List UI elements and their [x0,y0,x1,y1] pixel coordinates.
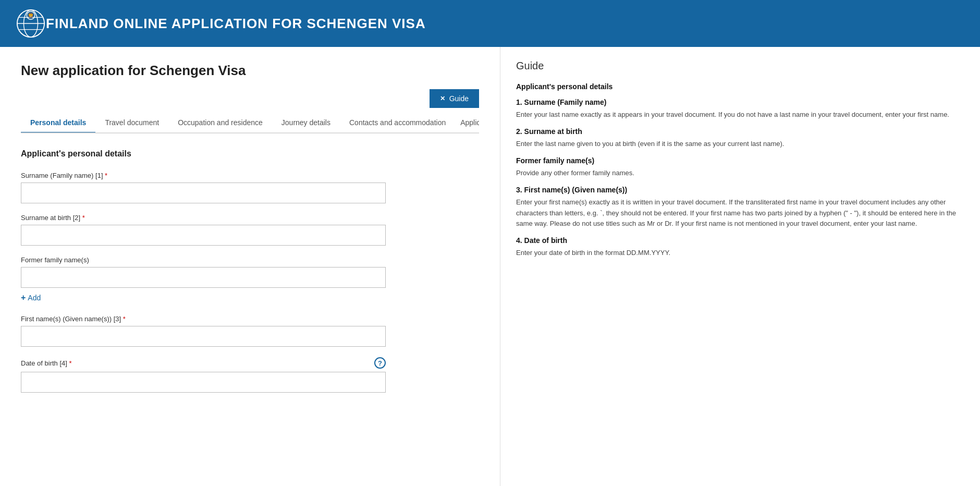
surname-required-star: * [103,172,108,179]
guide-item-4: 4. Date of birth Enter your date of birt… [516,236,964,258]
guide-item-4-title: 4. Date of birth [516,236,964,245]
guide-item-former-text: Provide any other former family names. [516,168,964,178]
guide-section-title: Applicant's personal details [516,82,964,91]
guide-item-3-title: 3. First name(s) (Given name(s)) [516,186,964,194]
former-family-name-input[interactable] [21,267,386,288]
tab-more: Applic… [455,113,479,132]
surname-birth-input[interactable] [21,225,386,246]
first-names-field-group: First name(s) (Given name(s)) [3] * [21,315,479,347]
former-family-name-field-group: Former family name(s) + Add [21,256,479,305]
first-names-input[interactable] [21,326,386,347]
tab-contacts-accommodation[interactable]: Contacts and accommodation [340,113,455,133]
guide-item-former-title: Former family name(s) [516,156,964,165]
tab-journey-details[interactable]: Journey details [272,113,340,133]
guide-item-3: 3. First name(s) (Given name(s)) Enter y… [516,186,964,228]
surname-field-group: Surname (Family name) [1] * [21,172,479,203]
guide-title: Guide [516,60,964,72]
dob-label-row: Date of birth [4] * ? [21,357,386,369]
surname-birth-field-group: Surname at birth [2] * [21,214,479,246]
guide-item-1-text: Enter your last name exactly as it appea… [516,110,964,120]
guide-button[interactable]: ✕ Guide [430,89,479,108]
section-title: Applicant's personal details [21,149,479,159]
svg-text:🦁: 🦁 [28,13,34,19]
surname-birth-required-star: * [80,214,85,222]
app-title: FINLAND ONLINE APPLICATION FOR SCHENGEN … [46,16,426,32]
guide-item-1: 1. Surname (Family name) Enter your last… [516,98,964,120]
guide-btn-label: Guide [449,94,469,103]
page-layout: New application for Schengen Visa ✕ Guid… [0,47,980,486]
guide-item-4-text: Enter your date of birth in the format D… [516,248,964,258]
page-title: New application for Schengen Visa [21,63,479,79]
main-panel: New application for Schengen Visa ✕ Guid… [0,47,500,486]
surname-input[interactable] [21,183,386,203]
add-label: Add [28,294,41,302]
form-tabs: Personal details Travel document Occupat… [21,113,479,133]
tab-personal-details[interactable]: Personal details [21,113,95,133]
tab-occupation-residence[interactable]: Occupation and residence [168,113,272,133]
guide-btn-icon: ✕ [440,95,445,102]
guide-item-2: 2. Surname at birth Enter the last name … [516,127,964,149]
first-names-label: First name(s) (Given name(s)) [3] * [21,315,479,323]
former-family-name-label: Former family name(s) [21,256,479,264]
tab-travel-document[interactable]: Travel document [95,113,168,133]
guide-item-former: Former family name(s) Provide any other … [516,156,964,178]
add-plus-icon: + [21,293,26,302]
surname-birth-label: Surname at birth [2] * [21,214,479,222]
guide-item-2-title: 2. Surname at birth [516,127,964,136]
guide-item-3-text: Enter your first name(s) exactly as it i… [516,197,964,228]
guide-btn-container: ✕ Guide [21,89,479,108]
applicant-form: Surname (Family name) [1] * Surname at b… [21,172,479,393]
dob-help-icon[interactable]: ? [374,357,386,369]
guide-panel: Guide Applicant's personal details 1. Su… [500,47,980,486]
dob-input[interactable] [21,372,386,393]
app-header: 🦁 FINLAND ONLINE APPLICATION FOR SCHENGE… [0,0,980,47]
logo-icon: 🦁 [16,8,46,39]
dob-field-group: Date of birth [4] * ? [21,357,479,393]
first-names-required-star: * [121,315,126,323]
dob-label: Date of birth [4] * [21,359,72,367]
guide-item-1-title: 1. Surname (Family name) [516,98,964,106]
dob-required-star: * [67,359,72,367]
surname-label: Surname (Family name) [1] * [21,172,479,179]
add-former-name-button[interactable]: + Add [21,291,41,305]
guide-item-2-text: Enter the last name given to you at birt… [516,139,964,149]
